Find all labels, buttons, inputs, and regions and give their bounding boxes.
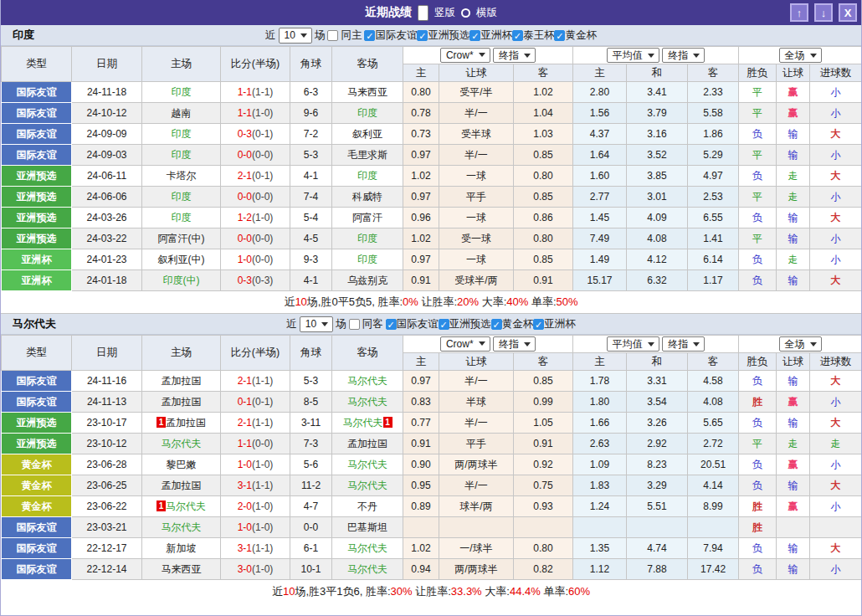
- average-select[interactable]: 平均值: [607, 336, 659, 352]
- competition-filter-label[interactable]: 亚洲预选: [428, 28, 469, 43]
- checkbox-checked-icon[interactable]: ✓: [469, 30, 480, 41]
- sub-header-handicap: 让球: [439, 353, 514, 371]
- radio-unselected-icon[interactable]: [461, 8, 470, 18]
- competition-filter-label[interactable]: 亚洲预选: [449, 317, 491, 331]
- final-odds-select-2[interactable]: 终指: [662, 336, 705, 352]
- competition-filter[interactable]: ✓黄金杯: [554, 28, 597, 43]
- handicap-line: 半/一: [439, 103, 514, 124]
- competition-filter-label[interactable]: 黄金杯: [502, 317, 534, 331]
- scroll-down-button[interactable]: ↓: [814, 3, 833, 22]
- average-select[interactable]: 平均值: [607, 48, 659, 63]
- checkbox-checked-icon[interactable]: ✓: [512, 30, 523, 41]
- avg-home-odds: 7.49: [573, 228, 627, 249]
- competition-filter-label[interactable]: 黄金杯: [565, 28, 597, 43]
- competition-filter[interactable]: ✓国际友谊: [386, 317, 439, 331]
- odds-away: 1.05: [514, 413, 573, 434]
- close-icon: X: [844, 7, 852, 19]
- recent-count-select[interactable]: 10: [300, 316, 333, 332]
- view-horizontal-option[interactable]: 横版: [476, 6, 497, 20]
- competition-filter[interactable]: ✓亚洲杯: [469, 28, 512, 43]
- avg-away-odds: 17.42: [688, 559, 739, 580]
- result-outcome: 负: [739, 475, 777, 496]
- results-table: 类型 日期 主场 比分(半场) 角球 客场 Crow* 终指 平均值 终指: [1, 46, 862, 291]
- corner-score: 7-3: [290, 434, 332, 454]
- score-cell: 1-0(1-0): [221, 454, 290, 475]
- competition-filter[interactable]: ✓亚洲预选: [439, 317, 491, 331]
- avg-draw-odds: 3.26: [627, 413, 688, 434]
- competition-filter[interactable]: ✓国际友谊: [364, 28, 417, 43]
- scope-select[interactable]: 全场: [779, 336, 822, 352]
- result-handicap-text: 输: [788, 417, 798, 429]
- radio-selected-icon[interactable]: [418, 5, 428, 21]
- checkbox-checked-icon[interactable]: ✓: [491, 319, 502, 330]
- summary-text: 大率:: [482, 585, 510, 598]
- corner-score: 7-4: [290, 187, 332, 208]
- away-team: 马尔代夫: [332, 392, 403, 413]
- odds-home: 0.90: [403, 454, 439, 475]
- checkbox-checked-icon[interactable]: ✓: [364, 30, 375, 41]
- scroll-up-button[interactable]: ↑: [790, 3, 808, 22]
- result-outcome: 负: [739, 208, 777, 228]
- checkbox-checked-icon[interactable]: ✓: [417, 30, 428, 41]
- final-odds-select[interactable]: 终指: [493, 48, 536, 63]
- competition-filter[interactable]: ✓亚洲杯: [533, 317, 576, 331]
- result-outcome-text: 平: [752, 107, 762, 119]
- match-date: 23-06-22: [72, 496, 142, 517]
- same-venue-label[interactable]: 同主: [341, 28, 362, 43]
- team-name-text: 印度: [172, 86, 192, 98]
- avg-draw-odds: 3.31: [627, 371, 688, 392]
- match-date: 24-09-09: [72, 124, 142, 145]
- halftime-score: (1-0): [252, 107, 273, 119]
- final-odds-select-2[interactable]: 终指: [662, 48, 705, 63]
- odds-away: 0.85: [514, 187, 573, 208]
- team-name-text: 孟加拉国: [162, 396, 202, 408]
- competition-filter-label[interactable]: 亚洲杯: [480, 28, 512, 43]
- team-name-text: 叙利亚(中): [158, 254, 205, 265]
- avg-home-odds: 4.37: [573, 124, 627, 145]
- competition-filter-label[interactable]: 亚洲杯: [544, 317, 576, 331]
- competition-filter[interactable]: ✓泰王杯: [512, 28, 555, 43]
- competition-filter-label[interactable]: 国际友谊: [397, 317, 439, 331]
- same-venue-label[interactable]: 同客: [362, 317, 383, 331]
- scope-select[interactable]: 全场: [779, 48, 822, 63]
- team-name-text: 印度: [172, 212, 192, 223]
- bookmaker-select[interactable]: Crow*: [440, 48, 490, 63]
- bookmaker-select[interactable]: Crow*: [440, 336, 490, 352]
- fulltime-score: 3-0: [238, 563, 252, 575]
- competition-filter[interactable]: ✓黄金杯: [491, 317, 534, 331]
- result-handicap-text: 赢: [788, 459, 798, 470]
- summary-text: 40%: [506, 295, 528, 308]
- odds-away: 0.86: [514, 208, 573, 228]
- col-header-date: 日期: [72, 336, 142, 371]
- result-outcome-text: 负: [752, 170, 762, 182]
- checkbox-checked-icon[interactable]: ✓: [533, 319, 544, 330]
- odds-home: 0.97: [403, 187, 439, 208]
- competition-filter-label[interactable]: 泰王杯: [523, 28, 555, 43]
- checkbox-checked-icon[interactable]: ✓: [554, 30, 565, 41]
- odds-home: 0.95: [403, 475, 439, 496]
- match-date: 24-11-18: [72, 82, 142, 103]
- checkbox-checked-icon[interactable]: ✓: [439, 319, 449, 330]
- table-row: 亚洲杯24-01-23叙利亚(中)1-0(0-0)9-3印度0.97一球0.85…: [2, 249, 862, 270]
- odds-home: 0.96: [403, 208, 439, 228]
- competition-filter-label[interactable]: 国际友谊: [375, 28, 417, 43]
- close-button[interactable]: X: [839, 3, 857, 22]
- avg-away-odds: [688, 517, 739, 538]
- checkbox-checked-icon[interactable]: ✓: [386, 319, 397, 330]
- corner-score: 5-6: [290, 454, 332, 475]
- recent-count-select[interactable]: 10: [279, 28, 312, 44]
- competition-filter[interactable]: ✓亚洲预选: [417, 28, 469, 43]
- corner-score: 8-5: [290, 392, 332, 413]
- handicap-line: 一/球半: [439, 538, 514, 559]
- same-venue-checkbox[interactable]: [349, 319, 360, 330]
- away-team: 印度: [332, 103, 403, 124]
- odds-away: 1.02: [514, 82, 573, 103]
- final-odds-select[interactable]: 终指: [493, 336, 536, 352]
- handicap-line: 半/一: [439, 413, 514, 434]
- halftime-score: (1-1): [252, 375, 273, 387]
- same-venue-checkbox[interactable]: [327, 30, 338, 41]
- chevron-down-icon: [321, 322, 328, 326]
- view-vertical-option[interactable]: 竖版: [434, 6, 455, 20]
- result-goals: 大: [810, 124, 862, 145]
- match-type-badge: 国际友谊: [2, 103, 72, 124]
